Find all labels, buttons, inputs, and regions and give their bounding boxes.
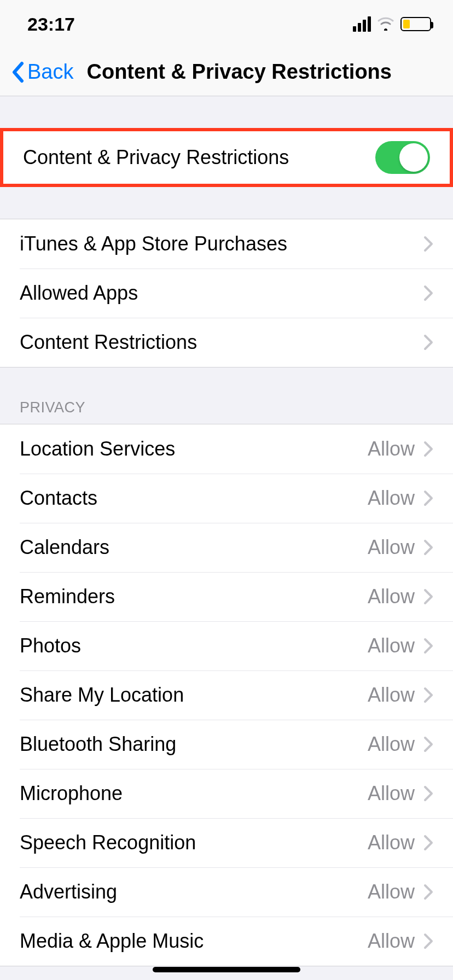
location-services-row[interactable]: Location Services Allow [0,424,453,474]
back-label: Back [27,60,73,84]
row-label: Contacts [20,487,368,510]
chevron-right-icon [423,638,433,654]
row-label: Photos [20,634,368,657]
chevron-right-icon [423,236,433,252]
row-label: Media & Apple Music [20,930,368,953]
reminders-row[interactable]: Reminders Allow [0,572,453,621]
row-value: Allow [368,536,415,559]
row-value: Allow [368,585,415,608]
chevron-right-icon [423,588,433,605]
status-bar: 23:17 [0,0,453,48]
row-label: Advertising [20,880,368,903]
speech-recognition-row[interactable]: Speech Recognition Allow [0,818,453,867]
row-label: iTunes & App Store Purchases [20,232,423,255]
content-restrictions-row[interactable]: Content Restrictions [0,318,453,367]
chevron-left-icon [11,61,25,83]
share-my-location-row[interactable]: Share My Location Allow [0,670,453,720]
status-time: 23:17 [27,14,75,35]
privacy-group: Location Services Allow Contacts Allow C… [0,424,453,966]
row-label: Calendars [20,536,368,559]
chevron-right-icon [423,785,433,802]
chevron-right-icon [423,835,433,851]
itunes-purchases-row[interactable]: iTunes & App Store Purchases [0,219,453,269]
row-label: Location Services [20,438,368,460]
row-label: Allowed Apps [20,282,423,305]
row-value: Allow [368,684,415,707]
battery-icon [400,17,431,31]
chevron-right-icon [423,933,433,949]
row-value: Allow [368,438,415,460]
chevron-right-icon [423,539,433,556]
toggle-label: Content & Privacy Restrictions [23,146,375,169]
chevron-right-icon [423,334,433,351]
home-indicator[interactable] [153,967,300,972]
chevron-right-icon [423,285,433,301]
bluetooth-sharing-row[interactable]: Bluetooth Sharing Allow [0,720,453,769]
content-privacy-switch[interactable] [375,141,430,174]
back-button[interactable]: Back [5,60,73,84]
wifi-icon [376,14,395,35]
microphone-row[interactable]: Microphone Allow [0,769,453,818]
row-value: Allow [368,782,415,805]
row-label: Microphone [20,782,368,805]
restrictions-group: iTunes & App Store Purchases Allowed App… [0,219,453,368]
row-value: Allow [368,880,415,903]
chevron-right-icon [423,490,433,506]
chevron-right-icon [423,441,433,457]
chevron-right-icon [423,736,433,752]
status-indicators [353,14,431,35]
row-label: Speech Recognition [20,831,368,854]
row-value: Allow [368,487,415,510]
content-privacy-toggle-row[interactable]: Content & Privacy Restrictions [3,131,450,184]
contacts-row[interactable]: Contacts Allow [0,474,453,523]
row-value: Allow [368,634,415,657]
row-label: Share My Location [20,684,368,707]
row-value: Allow [368,733,415,756]
advertising-row[interactable]: Advertising Allow [0,867,453,917]
chevron-right-icon [423,687,433,703]
highlight-annotation: Content & Privacy Restrictions [0,128,453,187]
row-value: Allow [368,831,415,854]
nav-bar: Back Content & Privacy Restrictions [0,48,453,96]
page-title: Content & Privacy Restrictions [86,60,391,84]
privacy-group-header: Privacy [0,368,453,424]
cellular-signal-icon [353,16,371,32]
media-apple-music-row[interactable]: Media & Apple Music Allow [0,917,453,966]
calendars-row[interactable]: Calendars Allow [0,523,453,572]
chevron-right-icon [423,884,433,900]
allowed-apps-row[interactable]: Allowed Apps [0,269,453,318]
photos-row[interactable]: Photos Allow [0,621,453,670]
row-label: Bluetooth Sharing [20,733,368,756]
row-label: Reminders [20,585,368,608]
row-value: Allow [368,930,415,953]
row-label: Content Restrictions [20,331,423,354]
